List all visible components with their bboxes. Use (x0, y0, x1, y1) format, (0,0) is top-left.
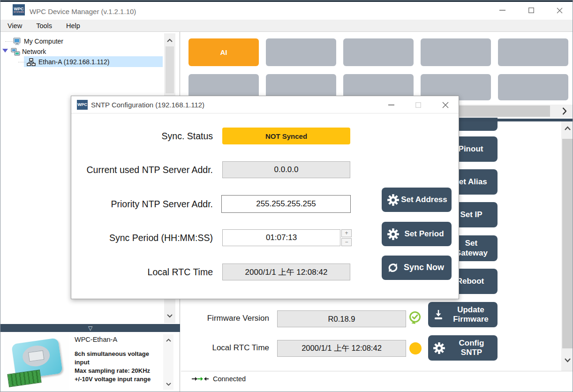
current-ntp-value: 0.0.0.0 (222, 161, 350, 178)
tree-item-ethan-a[interactable]: Ethan-A (192.168.1.112) (27, 57, 110, 67)
firmware-version-value: R0.18.9 (277, 310, 406, 327)
dialog-title: SNTP Configuration (192.168.1.112) (91, 101, 204, 109)
rtc-status-dot (409, 342, 422, 354)
tree-item-my-computer[interactable]: My Computer (13, 36, 63, 46)
close-button[interactable] (549, 2, 570, 18)
firmware-ok-icon (407, 310, 422, 328)
spinner-up-button[interactable]: + (341, 229, 352, 237)
tile-placeholder[interactable] (266, 38, 336, 66)
device-name: WPC-Ethan-A (75, 336, 160, 343)
gear-icon (387, 228, 400, 241)
collapse-triangle-icon: ▽ (88, 325, 92, 331)
scroll-down-icon[interactable] (561, 356, 573, 364)
app-logo-subtext: SYSTEMS (14, 11, 24, 13)
config-sntp-button[interactable]: Config SNTP (428, 335, 498, 361)
minimize-button[interactable] (491, 2, 513, 18)
device-description-block: WPC-Ethan-A 8ch simultaneous voltage inp… (75, 336, 160, 384)
tree-item-label: Ethan-A (192.168.1.112) (38, 58, 110, 66)
connection-status-label: Connected (213, 375, 246, 383)
menu-item-view[interactable]: View (0, 20, 29, 32)
network-icon (11, 48, 20, 56)
device-description: 8ch simultaneous voltage input Max sampl… (75, 350, 160, 384)
device-terminal-art (7, 369, 41, 387)
computer-icon (13, 38, 22, 45)
network-node-icon (27, 58, 36, 66)
menu-bar: View Tools Help (0, 20, 573, 32)
tile-placeholder[interactable] (421, 38, 491, 66)
menu-item-help[interactable]: Help (59, 20, 87, 32)
tile-placeholder[interactable] (343, 38, 414, 66)
sync-icon (387, 262, 399, 274)
download-icon (433, 309, 444, 320)
dialog-minimize-button[interactable] (380, 97, 402, 113)
gear-icon (433, 342, 445, 354)
tile-ai[interactable]: AI (188, 38, 259, 66)
tile-placeholder[interactable] (498, 74, 568, 100)
firmware-version-label: Firmware Version (180, 314, 269, 323)
gear-icon (387, 194, 400, 206)
minimize-icon (499, 10, 505, 11)
dialog-local-rtc-label: Local RTC Time (71, 266, 213, 278)
tree-item-label: Network (22, 48, 46, 55)
scroll-up-icon[interactable] (561, 124, 573, 132)
dialog-title-bar: WPC SNTP Configuration (192.168.1.112) (71, 96, 459, 113)
sntp-config-dialog: WPC SNTP Configuration (192.168.1.112) S… (71, 96, 459, 299)
expander-down-icon[interactable] (2, 49, 8, 53)
scroll-down-icon[interactable] (164, 312, 175, 320)
dialog-logo-icon: WPC (77, 100, 88, 110)
sync-now-button[interactable]: Sync Now (382, 256, 452, 280)
scroll-right-icon[interactable] (555, 105, 573, 118)
current-ntp-label: Current used NTP Server Addr. (71, 164, 213, 176)
panel-splitter[interactable]: ▽ (0, 324, 180, 332)
sync-period-field-wrap (222, 229, 340, 246)
close-icon (557, 8, 563, 14)
tile-placeholder[interactable] (498, 38, 568, 66)
title-bar: WPC SYSTEMS WPC Device Manager (v.1.2.1.… (0, 2, 573, 20)
priority-ntp-label: Priority NTP Server Addr. (71, 198, 213, 210)
priority-ntp-field-wrap (221, 195, 351, 213)
local-rtc-label: Local RTC Time (180, 343, 269, 353)
status-divider (181, 371, 573, 371)
dialog-maximize-button (407, 97, 429, 113)
maximize-icon (528, 8, 534, 13)
sync-status-badge: NOT Synced (222, 128, 350, 144)
menu-item-tools[interactable]: Tools (29, 20, 59, 32)
tree-scrollbar-thumb[interactable] (166, 46, 174, 93)
tree-connector (18, 62, 26, 62)
set-period-button[interactable]: Set Period (382, 222, 452, 246)
device-screen-art (28, 350, 44, 362)
priority-ntp-input[interactable] (222, 196, 350, 212)
scroll-down-icon[interactable] (163, 380, 173, 388)
scroll-up-icon[interactable] (163, 336, 173, 344)
sync-period-label: Sync Period (HH:MM:SS) (71, 232, 213, 244)
maximize-button[interactable] (520, 2, 542, 18)
sync-status-label: Sync. Status (71, 130, 213, 142)
set-address-button[interactable]: Set Address (382, 188, 452, 212)
connected-arrows-icon (192, 376, 209, 382)
local-rtc-value: 2000/1/1 上午 12:08:42 (277, 340, 406, 357)
window-title: WPC Device Manager (v.1.2.1.10) (30, 8, 136, 15)
device-photo (4, 334, 69, 390)
connection-status: Connected (192, 375, 246, 383)
tree-item-network[interactable]: Network (11, 46, 46, 57)
update-firmware-button[interactable]: Update Firmware (428, 302, 498, 327)
main-vertical-scrollbar-thumb[interactable] (562, 139, 573, 348)
tree-item-label: My Computer (24, 38, 63, 45)
dialog-close-button[interactable] (435, 97, 456, 113)
sync-period-input[interactable] (223, 230, 340, 246)
dialog-local-rtc-value: 2000/1/1 上午 12:08:42 (222, 264, 350, 280)
app-window: WPC SYSTEMS WPC Device Manager (v.1.2.1.… (0, 0, 573, 392)
scroll-up-icon[interactable] (164, 36, 175, 45)
tree-connector (5, 41, 13, 42)
spinner-down-button[interactable]: − (341, 238, 352, 246)
app-logo-icon: WPC SYSTEMS (13, 4, 25, 15)
